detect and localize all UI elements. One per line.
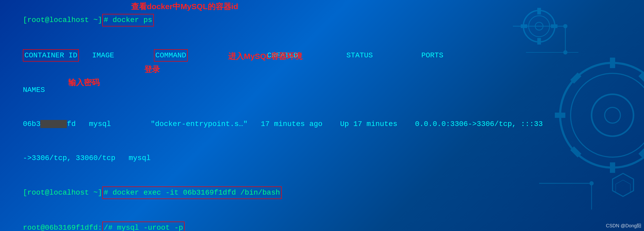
prompt-7: root@06b3169f1dfd: — [23, 224, 102, 231]
terminal-line-1: [root@localhost ~]# docker ps — [5, 3, 639, 38]
annotation-login: 登录 — [144, 64, 160, 75]
terminal-container: 查看docker中MySQL的容器id [root@localhost ~]# … — [0, 0, 644, 231]
watermark: CSDN @Dong阳 — [606, 223, 641, 229]
terminal-line-6: [root@localhost ~]# docker exec -it 06b3… — [5, 175, 639, 210]
terminal-line-7: root@06b3169f1dfd:/# mysql -uroot -p — [5, 210, 639, 231]
prompt-1: [root@localhost ~] — [23, 16, 102, 24]
command-header: COMMAND — [154, 49, 188, 62]
redacted-id — [40, 120, 67, 128]
terminal-line-2: CONTAINER ID IMAGE COMMAND CREATED STATU… — [5, 38, 639, 73]
prompt-6: [root@localhost ~] — [23, 189, 102, 197]
terminal-line-4: 06b3 fd mysql "docker-entrypoint.s…" 17 … — [5, 107, 639, 141]
container-id-header: CONTAINER ID — [23, 49, 79, 62]
cmd-docker-exec: # docker exec -it 06b3169f1dfd /bin/bash — [102, 186, 282, 199]
cmd-mysql-login: /# mysql -uroot -p — [102, 222, 185, 231]
cmd-docker-ps: # docker ps — [102, 14, 154, 26]
terminal-line-3: NAMES — [5, 73, 639, 107]
terminal-line-5: ->3306/tcp, 33060/tcp mysql — [5, 141, 639, 175]
annotation-input-password: 输入密码 — [68, 77, 100, 88]
annotation-title: 查看docker中MySQL的容器id — [131, 1, 238, 12]
annotation-enter-mysql: 进入MySQL容器环境 — [228, 51, 302, 62]
